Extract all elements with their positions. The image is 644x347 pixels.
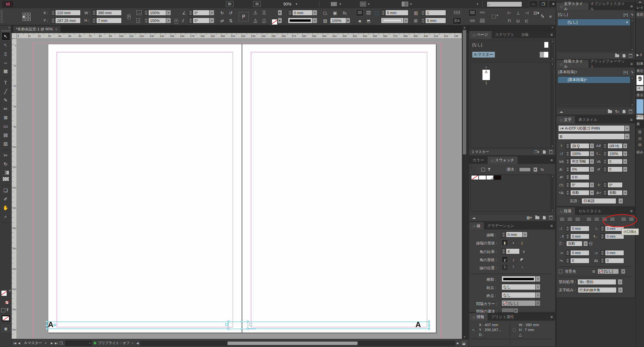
y-stepper[interactable]: ▲▼ [51,18,55,23]
stock-button[interactable]: St [253,1,261,7]
panel-menu-icon[interactable]: ≡ [628,116,635,123]
scroll-down-icon[interactable]: ▼ [631,104,633,106]
drop-shadow-icon[interactable]: ▣ [333,10,337,16]
inset-field[interactable]: 5 mm [385,10,408,16]
start-field[interactable]: なし [501,284,536,290]
frame-handle[interactable] [241,328,243,330]
miter-join-icon[interactable]: ┏ [501,256,508,263]
new-swatch-icon[interactable] [543,216,546,219]
vertical-ruler[interactable]: 020406080100120140160180200220240260280 [12,38,17,339]
h-field[interactable]: 7 mm [96,18,122,23]
align-h-centers-icon[interactable]: ⊥ [516,10,520,16]
gutter-stepper[interactable]: ▲▼ [421,18,425,23]
tab-paragraph[interactable]: ◇段落 [556,207,575,215]
shear-caret[interactable]: ▼ [210,18,214,23]
toolbar-divider[interactable] [1,76,11,77]
tab-color[interactable]: カラー [469,156,488,164]
frame-handle[interactable] [227,328,229,330]
stroke-center-icon[interactable]: ┗ [501,264,508,271]
tint-slider[interactable] [519,167,531,172]
align-center-v-icon[interactable] [478,9,486,16]
scroll-up-icon[interactable]: ▲ [552,63,554,65]
dock-collapse-chevrons[interactable]: ◂◂ [636,0,644,4]
scale-x-caret[interactable]: ▼ [166,10,171,16]
font-style-caret[interactable]: ▼ [625,133,630,140]
horizontal-grid-tool[interactable]: ▤ [1,131,10,139]
para-style-row-basic[interactable]: [基本段落]+ [558,77,630,83]
tab-character-styles[interactable]: ◇文字スタイル [556,3,589,10]
justify-last-left[interactable] [586,217,592,222]
select-previous-icon[interactable]: ⏄ [262,10,266,15]
doc-restore-button[interactable]: ❐ [538,1,548,8]
columns-stepper[interactable]: ▲▼ [421,10,425,16]
swatch-registration[interactable] [479,175,486,180]
gradient-feather-tool[interactable] [3,177,9,181]
master-row-a[interactable]: A-マスター [471,50,550,60]
toolbar-stroke-swatch[interactable] [4,300,10,305]
formatting-affects-container-icon[interactable] [481,168,485,171]
stroke-weight-field[interactable]: 0 mm [506,232,523,237]
align-left[interactable] [559,217,565,222]
scale-x-stepper[interactable]: ▲▼ [144,10,148,16]
end-caret[interactable]: ▼ [536,292,541,298]
opacity-field[interactable]: 100% [330,18,346,23]
view-options-dropdown[interactable]: ▼ [330,1,347,7]
new-page-icon[interactable] [543,150,546,154]
line-tool[interactable]: ╱ [1,87,10,96]
grid-align-caret[interactable]: ▼ [584,241,588,246]
stroke-style-field[interactable] [288,18,312,23]
delete-style-icon[interactable] [629,110,632,113]
tab-swatches[interactable]: ◇スウォッチ [488,156,518,164]
search-box[interactable]: ⌕ [487,1,522,7]
shading-color-field[interactable]: [なし] [597,269,619,274]
fill-caret[interactable]: ▶ [278,10,282,16]
font-fragment-field[interactable]: A-OT [636,115,643,119]
language-caret[interactable]: ▼ [619,198,623,204]
effects-icon[interactable]: fx, [343,10,347,15]
tab-object-styles[interactable]: オブジェクトスタイル [589,3,628,10]
swatches-fill-proxy[interactable] [471,165,471,171]
frame-handle[interactable] [46,328,48,330]
scroll-thumb[interactable] [227,342,358,345]
new-group-icon[interactable] [535,216,539,219]
panel-menu-icon[interactable]: ≡ [628,3,635,10]
break-link-icon[interactable]: [+] [623,70,628,74]
workspace-caret[interactable]: ▼ [476,3,479,5]
shading-caret[interactable]: ▼ [621,269,626,274]
screen-mode-button[interactable]: ▣ [1,325,10,332]
align-bottom-icon[interactable] [468,17,476,24]
flip-vertical-icon[interactable]: ⇅ [229,18,233,23]
tab-scripts[interactable]: スクリプト [492,31,518,38]
pasteboard[interactable]: A # A [17,38,462,339]
gutter-field[interactable]: 5 mm [425,18,446,23]
kinsoku-field[interactable]: 強い禁則 [578,279,616,285]
tab-gradient[interactable]: グラデーション [484,222,518,230]
align-right[interactable] [574,217,581,222]
screen-mode-dropdown[interactable]: ▼ [360,1,377,7]
flip-horizontal-icon[interactable]: ⇄ [220,18,224,23]
pen-tool[interactable]: ✎ [1,96,10,104]
language-field[interactable]: 日本語 [582,198,616,204]
vertical-scrollbar[interactable]: ▲ ▼ [462,25,467,339]
font-style-field[interactable]: B [558,133,625,140]
fitting-style-caret[interactable]: ▼ [404,18,408,23]
tab-cell-styles[interactable]: セルスタイル [575,207,605,215]
first-page-icon[interactable]: |◀ [13,342,16,345]
corner-options-icon[interactable]: ◻. [323,10,328,16]
font-family-field[interactable]: ⌕▾ A-OTF UD新ゴ Pr6N [558,125,625,132]
select-container-button[interactable]: P [239,12,249,21]
swatch-none[interactable] [471,175,479,180]
butt-cap-icon[interactable]: ▮ [501,239,508,246]
stroke-weight-caret[interactable]: ▼ [312,10,317,16]
frame-handle[interactable] [227,321,229,322]
miter-stepper[interactable]: ▲▼ [501,248,506,254]
tint-caret[interactable]: ▶ [534,167,538,172]
fill-color-swatch[interactable] [272,19,277,25]
arrange-documents-dropdown[interactable]: ▼ [402,1,419,7]
frame-in-port[interactable] [249,323,252,326]
panel-menu-icon[interactable]: ≡ [628,60,635,68]
stroke-weight-field[interactable]: 0 mm [292,10,312,16]
chevron-down-icon[interactable]: ▼ [132,342,134,344]
swatch-black[interactable] [494,175,501,180]
scroll-down-icon[interactable]: ▼ [552,58,554,60]
